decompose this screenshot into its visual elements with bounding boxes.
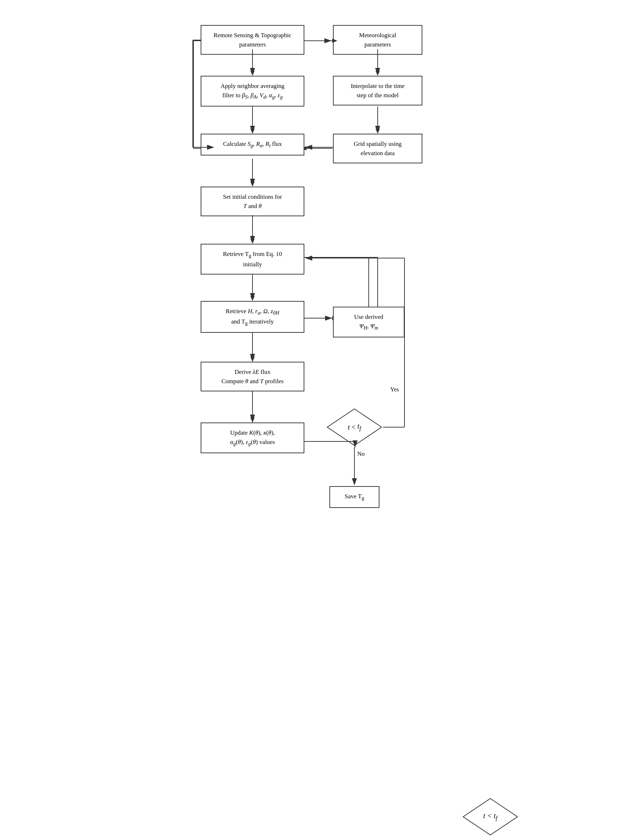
box-grid-elevation: Grid spatially usingelevation data <box>333 134 422 163</box>
flowchart: Remote Sensing & Topographic parameters … <box>183 7 440 815</box>
svg-marker-9 <box>376 129 380 134</box>
box-retrieve-tg: Retrieve Tg from Eq. 10initially <box>201 244 304 274</box>
box-interpolate: Interpolate to the timestep of the model <box>333 76 422 106</box>
svg-marker-7 <box>376 71 380 76</box>
no-label: No <box>357 450 365 457</box>
svg-marker-3 <box>250 71 255 76</box>
svg-marker-31 <box>352 479 356 484</box>
box-save-tg: Save Tg <box>329 486 379 508</box>
svg-marker-5 <box>250 129 255 134</box>
box-calculate-flux: Calculate Sg, Ra, Rt flux <box>201 134 304 156</box>
box-use-derived: Use derived ΨH, Ψm <box>333 307 405 337</box>
box-retrieve-iterative: Retrieve H, ra, Ω, z0H and Tg iterativel… <box>201 301 304 333</box>
box-update-k: Update K(θ), κ(θ), αg(θ), εg(θ) values <box>201 422 304 453</box>
yes-label: Yes <box>390 386 399 393</box>
box-remote-sensing: Remote Sensing & Topographic parameters <box>201 25 304 55</box>
svg-marker-15 <box>250 239 255 244</box>
svg-marker-13 <box>250 182 255 187</box>
diamond-wrapper: t < tf <box>326 407 383 447</box>
box-derive-lambda: Derive λE flux Compute θ and T profiles <box>201 362 304 392</box>
box-neighbor-filter: Apply neighbor averaging filter to βS, β… <box>201 76 304 107</box>
svg-marker-17 <box>250 296 255 301</box>
box-initial-conditions: Set initial conditions for T and θ <box>201 187 304 216</box>
svg-marker-26 <box>250 418 255 422</box>
box-meteorological: Meteorologicalparameters <box>333 25 422 55</box>
svg-marker-24 <box>250 357 255 362</box>
